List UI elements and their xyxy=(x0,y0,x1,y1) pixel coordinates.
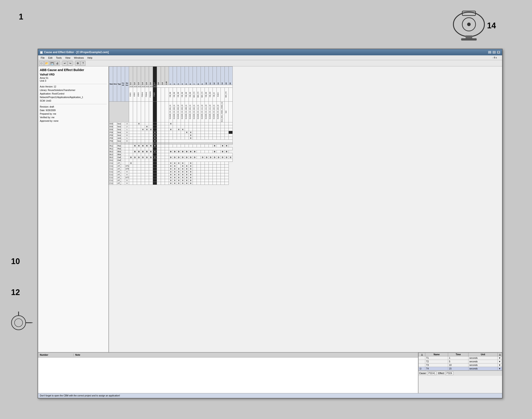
col-header-row-1: Name Description Type Confi Notes L1 L2 … xyxy=(109,67,233,85)
cell-L1-L9 xyxy=(161,122,165,125)
sig-col15: SBV_FO xyxy=(225,88,229,102)
maximize-button[interactable]: □ xyxy=(492,51,496,54)
cell-L2-L2 xyxy=(133,125,137,128)
cell-L6-10 xyxy=(205,137,209,139)
cell-L2-6 xyxy=(189,125,193,128)
timer-T4-icon: ☑ xyxy=(419,367,425,370)
col-header-L8: L8 xyxy=(157,67,161,85)
table-row: B12345_LEV_01_01 Deblock - D D D D D D D xyxy=(109,156,233,159)
cell-L5-7 xyxy=(193,134,197,137)
cell-L1-4 xyxy=(181,122,185,125)
cell-L4-L2 xyxy=(133,131,137,134)
cell-1-16: R xyxy=(225,144,229,147)
headers-placeholder xyxy=(109,102,129,122)
row-L5-type: local xyxy=(117,134,121,137)
row-7-name: C12345_PSH001_01 xyxy=(109,162,113,164)
row-2-name: R12345_OUT_01_01 xyxy=(109,147,113,150)
timer-header-row: △ Name Time Unit △ xyxy=(419,353,502,356)
cell-L1-L1 xyxy=(129,122,133,125)
open-button[interactable]: 📂 xyxy=(44,61,49,66)
sig-col7: SBV_FC xyxy=(193,88,197,102)
table-row: ESD2 local - 2 X xyxy=(109,125,233,128)
cell-L2-1 xyxy=(169,125,173,128)
effect-label: Effect: xyxy=(438,372,444,375)
cell-L1-3 xyxy=(177,122,181,125)
minimize-button[interactable]: _ xyxy=(488,51,492,54)
undo-button[interactable]: ↩ xyxy=(62,61,67,66)
cell-L2-L4 xyxy=(141,125,145,128)
long-15: test xyxy=(225,102,229,122)
new-button[interactable]: □ xyxy=(39,61,44,66)
cell-L3-12 xyxy=(213,128,217,131)
status-message: Don't forget to open the CBM with the co… xyxy=(40,394,120,397)
sig-col4: OB_NE xyxy=(181,88,185,102)
cell-L6-12 xyxy=(213,137,217,139)
cell-L2-9 xyxy=(201,125,205,128)
grid-area[interactable]: Name Description Type Confi Notes L1 L2 … xyxy=(109,66,502,354)
col-number-header: Number xyxy=(38,354,74,356)
label-12: 12 xyxy=(11,288,20,297)
save-button[interactable]: 💾 xyxy=(50,61,54,66)
long-12: E12345_XV_222_01 xyxy=(213,102,217,122)
menu-tools[interactable]: Tools xyxy=(54,56,64,60)
timer-T4-arrow: ▼ xyxy=(498,367,502,370)
cell-L6-7 xyxy=(193,137,197,139)
settings-button[interactable]: ⚙ xyxy=(75,61,80,66)
redo-button[interactable]: ↪ xyxy=(68,61,73,66)
table-row: C12345_PSH001_05 AT_AHH - XT7 X X X xyxy=(109,176,233,179)
cell-L6-16 xyxy=(229,137,233,139)
type-L3: local xyxy=(137,85,141,88)
auto-version: Auto-Version: 12 xyxy=(40,85,107,89)
sig-col14 xyxy=(221,88,225,102)
col-header-15: 15 xyxy=(225,67,229,85)
col-header-L7: L7 xyxy=(153,67,157,85)
svg-point-6 xyxy=(12,316,26,330)
long-names-row: E12345_XV_001_01 E12345_XV_003_01 E12345… xyxy=(109,102,233,122)
builder-label: ABB Cause and Effect Builder xyxy=(40,68,107,72)
row-L2-no: 2 xyxy=(125,125,129,128)
cell-L3-16 xyxy=(229,128,233,131)
row-L4-desc xyxy=(113,131,117,134)
cell-L2-3 xyxy=(177,125,181,128)
row-1-name: R12345_LEV_01_01 xyxy=(109,144,113,147)
long-L5 xyxy=(145,102,149,122)
cell-L7-L7: X xyxy=(153,139,157,142)
cell-L1-9 xyxy=(201,122,205,125)
cell-L4-12 xyxy=(213,131,217,134)
menu-view[interactable]: View xyxy=(63,56,72,60)
close-button[interactable]: ✕ xyxy=(497,51,500,54)
cell-L3-L1 xyxy=(129,128,133,131)
row-9-name: C12345_PSH001_03 xyxy=(109,167,113,170)
help-button[interactable]: ? xyxy=(80,61,85,66)
cell-1-L2: R xyxy=(133,144,137,147)
sig-col3: OB_NE xyxy=(177,88,181,102)
cell-L1-16 xyxy=(229,122,233,125)
print-button[interactable]: 🖨 xyxy=(55,61,60,66)
menu-file[interactable]: File xyxy=(39,56,46,60)
row-14-name: C12346_PSH001_07 xyxy=(109,182,113,184)
timer-col-scroll: △ xyxy=(498,353,502,356)
cell-L2-L3 xyxy=(137,125,141,128)
sig-empty-L9 xyxy=(161,88,165,102)
cell-L6-8 xyxy=(197,137,201,139)
type-L2: local xyxy=(133,85,137,88)
col-header-description: Description xyxy=(113,67,117,102)
menu-edit[interactable]: Edit xyxy=(46,56,54,60)
sig-col10: OB_NE xyxy=(205,88,209,102)
cause-label: Cause: xyxy=(419,372,426,375)
menu-help[interactable]: Help xyxy=(86,56,94,60)
cell-L1-L10 xyxy=(165,122,169,125)
cell-L6-2 xyxy=(173,137,177,139)
cell-L7-L2 xyxy=(133,139,137,142)
bottom-content-area xyxy=(38,357,418,393)
menu-windows[interactable]: Windows xyxy=(72,56,86,60)
cell-L6-L4 xyxy=(141,137,145,139)
pump-icon xyxy=(8,311,33,335)
cell-L4-7 xyxy=(193,131,197,134)
cell-L5-11 xyxy=(209,134,213,137)
timer-T2-name: T2 xyxy=(425,360,448,364)
bottom-panel: Number Note △ Name Time Unit △ xyxy=(38,352,502,393)
cell-L2-2 xyxy=(173,125,177,128)
timer-T1-arrow: ▼ xyxy=(498,356,502,360)
cell-L7-L3 xyxy=(137,139,141,142)
